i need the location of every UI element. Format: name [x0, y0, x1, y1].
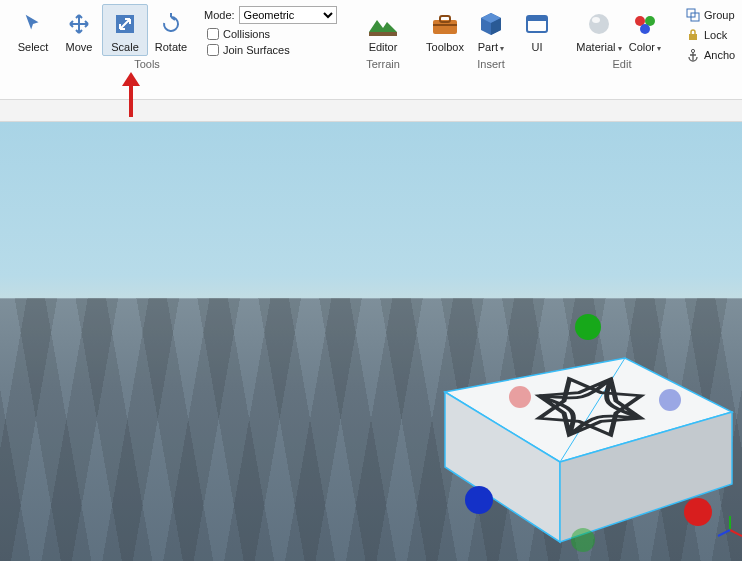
material-icon [584, 9, 614, 39]
material-label: Material [576, 41, 621, 53]
collisions-label: Collisions [223, 28, 270, 40]
group-button[interactable]: Group [682, 6, 739, 24]
group-arrange: Group Lock Ancho [680, 4, 741, 64]
select-button[interactable]: Select [10, 4, 56, 56]
axis-gizmo [718, 516, 742, 536]
svg-point-8 [592, 17, 600, 23]
group-edit-label: Edit [613, 58, 632, 70]
ribbon-substrip [0, 100, 742, 122]
join-surfaces-input[interactable] [207, 44, 219, 56]
anchor-icon [686, 48, 700, 62]
group-tools: Select Move Scale Rotate Tools [6, 4, 198, 72]
material-button[interactable]: Material [576, 4, 622, 56]
rotate-button[interactable]: Rotate [148, 4, 194, 56]
ribbon-toolbar: Select Move Scale Rotate Tools [0, 0, 742, 100]
group-terrain: Editor Terrain [356, 4, 410, 72]
svg-line-24 [718, 530, 730, 536]
lock-button-label: Lock [704, 29, 727, 41]
group-insert: Toolbox Part UI Insert [418, 4, 564, 72]
scale-handle-y-pos[interactable] [575, 314, 601, 340]
toolbox-button[interactable]: Toolbox [422, 4, 468, 56]
mode-select[interactable]: Geometric [239, 6, 337, 24]
join-surfaces-checkbox[interactable]: Join Surfaces [204, 44, 342, 56]
scale-handle-x-neg[interactable] [509, 386, 531, 408]
color-icon [630, 9, 660, 39]
select-label: Select [18, 41, 49, 53]
rotate-icon [156, 9, 186, 39]
svg-marker-17 [122, 72, 140, 86]
collisions-checkbox[interactable]: Collisions [204, 28, 342, 40]
svg-point-15 [691, 49, 694, 52]
scale-handle-y-neg[interactable] [571, 528, 595, 552]
anchor-button[interactable]: Ancho [682, 46, 739, 64]
toolbox-icon [430, 9, 460, 39]
terrain-editor-button[interactable]: Editor [360, 4, 406, 56]
cursor-icon [18, 9, 48, 39]
scale-label: Scale [111, 41, 139, 53]
scale-icon [110, 9, 140, 39]
part-label: Part [478, 41, 504, 53]
join-surfaces-label: Join Surfaces [223, 44, 290, 56]
viewport-3d[interactable] [0, 122, 742, 561]
terrain-editor-label: Editor [369, 41, 398, 53]
scale-button[interactable]: Scale [102, 4, 148, 56]
group-insert-label: Insert [477, 58, 505, 70]
anchor-button-label: Ancho [704, 49, 735, 61]
svg-line-23 [730, 530, 742, 536]
group-edit: Material Color Edit [572, 4, 672, 72]
svg-rect-3 [440, 16, 450, 22]
terrain-icon [368, 9, 398, 39]
group-tools-label: Tools [134, 58, 160, 70]
toolbox-label: Toolbox [426, 41, 464, 53]
selected-part[interactable] [0, 122, 742, 561]
svg-rect-6 [527, 16, 547, 21]
color-label: Color [629, 41, 662, 53]
svg-point-11 [640, 24, 650, 34]
scale-handle-x-pos[interactable] [684, 498, 712, 526]
color-button[interactable]: Color [622, 4, 668, 56]
ui-button[interactable]: UI [514, 4, 560, 56]
group-terrain-label: Terrain [366, 58, 400, 70]
svg-rect-4 [433, 24, 457, 26]
part-button[interactable]: Part [468, 4, 514, 56]
lock-button[interactable]: Lock [682, 26, 739, 44]
ui-icon [522, 9, 552, 39]
lock-icon [686, 28, 700, 42]
scale-handle-z-neg[interactable] [659, 389, 681, 411]
group-icon [686, 8, 700, 22]
ui-label: UI [532, 41, 543, 53]
mode-label: Mode: [204, 9, 235, 21]
move-label: Move [66, 41, 93, 53]
rotate-label: Rotate [155, 41, 187, 53]
group-button-label: Group [704, 9, 735, 21]
svg-rect-14 [689, 34, 697, 40]
part-icon [476, 9, 506, 39]
collisions-input[interactable] [207, 28, 219, 40]
svg-rect-1 [369, 32, 397, 36]
mode-options: Mode: Geometric Collisions Join Surfaces [198, 4, 348, 56]
svg-point-7 [589, 14, 609, 34]
scale-handle-z-pos[interactable] [465, 486, 493, 514]
move-icon [64, 9, 94, 39]
move-button[interactable]: Move [56, 4, 102, 56]
